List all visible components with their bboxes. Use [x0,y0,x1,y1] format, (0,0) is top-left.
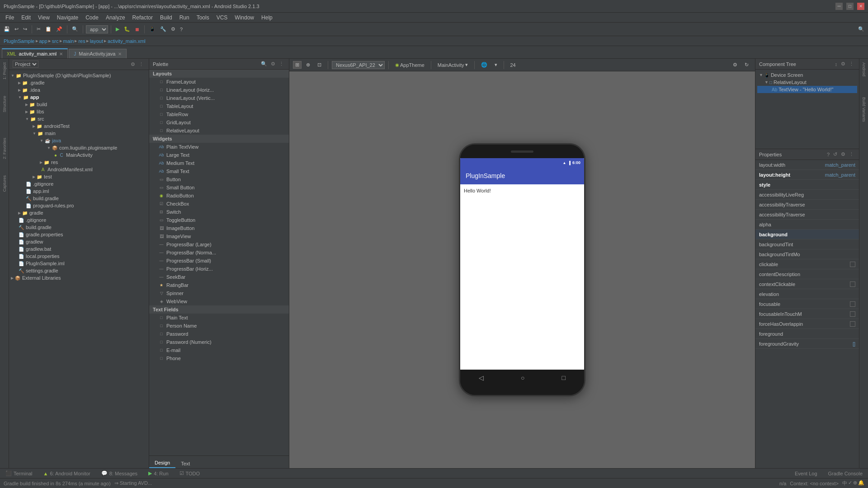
tree-gradlew[interactable]: 📄 gradlew [9,238,149,245]
design-canvas[interactable]: ▲ ▐ 6:00 PlugInSample Hello World! ◁ ○ □ [289,71,755,468]
tree-external-libs[interactable]: ▶ 📦 External Libraries [9,274,149,282]
tree-app[interactable]: ▼ 📁 app [9,94,149,101]
palette-spinner[interactable]: ▽Spinner [149,289,289,297]
maximize-button[interactable]: □ [846,3,854,10]
home-btn[interactable]: ○ [521,374,524,381]
bottom-tab-terminal[interactable]: ⬛ Terminal [0,469,38,477]
design-zoom-fit-btn[interactable]: ⊕ [303,61,313,69]
tab-activity-main-close[interactable]: ✕ [59,52,63,56]
prop-reset-btn[interactable]: ↺ [832,151,839,158]
tree-build[interactable]: ▶ 📁 build [9,101,149,108]
palette-linearlayout-h[interactable]: □LinearLayout (Horiz... [149,86,289,94]
palette-phone[interactable]: □Phone [149,354,289,362]
prop-force-overlap-checkbox[interactable] [850,321,855,327]
tree-gradle[interactable]: ▶ 📁 .gradle [9,79,149,86]
tree-gitignore-app[interactable]: 📄 .gitignore [9,180,149,188]
tree-buildgradle-app[interactable]: 🔨 build.gradle [9,195,149,202]
menu-window[interactable]: Window [231,14,258,22]
orientation-btn[interactable]: ▾ [492,61,500,69]
palette-person-name[interactable]: □Person Name [149,322,289,330]
prop-help-btn[interactable]: ? [826,151,831,158]
palette-medium-text[interactable]: AbMedium Text [149,159,289,167]
design-refresh-btn[interactable]: ↻ [742,61,751,69]
palette-large-text[interactable]: AbLarge Text [149,151,289,159]
prop-options-btn[interactable]: ⋮ [848,151,855,158]
toolbar-redo[interactable]: ↪ [21,25,29,33]
tree-main[interactable]: ▼ 📁 main [9,130,149,137]
prop-focusable-touch-checkbox[interactable] [850,311,855,317]
palette-tablerow[interactable]: □TableRow [149,110,289,118]
minimize-button[interactable]: ─ [835,3,843,10]
palette-seekbar[interactable]: —SeekBar [149,273,289,281]
close-button[interactable]: ✕ [857,3,864,10]
prop-clickable-checkbox[interactable] [850,262,855,267]
palette-checkbox[interactable]: ☑CheckBox [149,200,289,208]
toolbar-sdk[interactable]: 🔧 [158,25,168,33]
prop-contextclickable-checkbox[interactable] [850,282,855,287]
breadcrumb-main[interactable]: main [63,38,74,44]
palette-email[interactable]: □E-mail [149,346,289,354]
bottom-tab-android-monitor[interactable]: ▲ 6: Android Monitor [38,470,96,477]
palette-gridlayout[interactable]: □GridLayout [149,118,289,127]
tree-res[interactable]: ▶ 📁 res [9,159,149,166]
palette-progressbar-normal[interactable]: —ProgressBar (Norma... [149,249,289,257]
prop-settings-btn[interactable]: ⚙ [840,151,847,158]
palette-relativelayout[interactable]: □RelativeLayout [149,127,289,135]
tree-java[interactable]: ▼ ☕ java [9,137,149,144]
tree-mainactivity[interactable]: ● C MainActivity [9,151,149,159]
tree-gradleprop[interactable]: 📄 gradle.properties [9,231,149,238]
tree-package[interactable]: ▼ 📦 com.liuguilin.pluginsample [9,144,149,151]
toolbar-undo[interactable]: ↩ [13,25,20,33]
palette-imagebutton[interactable]: 🖼ImageButton [149,224,289,232]
tab-activity-main[interactable]: XML activity_main.xml ✕ [2,48,68,58]
tree-src[interactable]: ▼ 📁 src [9,115,149,122]
palette-small-text[interactable]: AbSmall Text [149,167,289,175]
prop-layout-width-val[interactable]: match_parent [807,162,856,168]
palette-options-btn[interactable]: ⋮ [278,61,285,67]
comp-device-screen[interactable]: ▼ 📱 Device Screen [757,71,857,79]
tree-androidtest[interactable]: ▶ 📁 androidTest [9,122,149,130]
tree-appiml[interactable]: 📄 app.iml [9,188,149,195]
toolbar-cut[interactable]: ✂ [35,25,42,33]
palette-progressbar-large[interactable]: —ProgressBar (Large) [149,240,289,249]
palette-plain-textview[interactable]: AbPlain TextView [149,143,289,151]
palette-switch[interactable]: ⊟Switch [149,208,289,216]
tree-sort-btn[interactable]: ↕ [834,61,839,67]
palette-togglebutton[interactable]: ▭ToggleButton [149,216,289,224]
tree-gradlewbat[interactable]: 📄 gradlew.bat [9,245,149,253]
prop-layout-height-val[interactable]: match_parent [807,172,856,178]
tree-gitignore-root[interactable]: 📄 .gitignore [9,216,149,224]
toolbar-debug[interactable]: 🐛 [122,25,132,33]
toolbar-search[interactable]: 🔍 [70,25,80,33]
menu-run[interactable]: Run [176,14,193,22]
menu-file[interactable]: File [2,14,18,22]
palette-tablelayout[interactable]: □TableLayout [149,102,289,110]
comp-relativelayout[interactable]: ▼ □ RelativeLayout [757,79,857,86]
toolbar-paste[interactable]: 📌 [54,25,64,33]
tree-localprop[interactable]: 📄 local.properties [9,253,149,260]
prop-fg-gravity-val[interactable]: [] [807,341,856,347]
tree-androidmanifest[interactable]: A AndroidManifest.xml [9,166,149,173]
palette-progressbar-horiz[interactable]: —ProgressBar (Horiz... [149,265,289,273]
device-selector[interactable]: Nexus6P_API_22 [332,61,385,69]
tree-root[interactable]: ▼ 📁 PlugInSample (D:\github\PlugInSample… [9,72,149,79]
bottom-tab-gradle-console[interactable]: Gradle Console [823,470,868,477]
palette-webview[interactable]: ◈WebView [149,297,289,305]
breadcrumb-layout[interactable]: layout [90,38,103,44]
design-normal-view-btn[interactable]: ⊞ [293,61,302,69]
palette-linearlayout-v[interactable]: □LinearLayout (Vertic... [149,94,289,102]
palette-framelayout[interactable]: □FrameLayout [149,78,289,86]
bottom-tab-messages[interactable]: 💬 8: Messages [96,469,143,477]
toolbar-run[interactable]: ▶ [114,25,121,33]
activity-btn[interactable]: MainActivity ▾ [435,61,471,69]
tree-proguard[interactable]: 📄 proguard-rules.pro [9,202,149,209]
palette-password[interactable]: □Password [149,330,289,338]
back-btn[interactable]: ◁ [479,374,484,381]
toolbar-help[interactable]: ? [178,26,184,33]
toolbar-avd[interactable]: 📱 [147,25,157,33]
palette-ratingbar[interactable]: ★RatingBar [149,281,289,289]
tree-settingsgradle[interactable]: 🔨 settings.gradle [9,267,149,274]
project-options-btn[interactable]: ⋮ [137,61,145,68]
menu-navigate[interactable]: Navigate [53,14,82,22]
toolbar-search-right[interactable]: 🔍 [856,25,866,33]
